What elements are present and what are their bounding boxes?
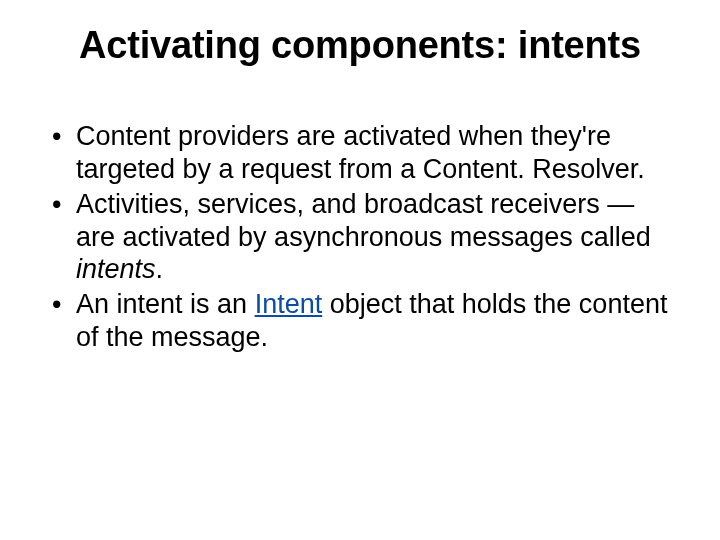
slide-title: Activating components: intents bbox=[48, 24, 672, 68]
list-item: An intent is an Intent object that holds… bbox=[48, 288, 672, 354]
bullet-text-pre: Activities, services, and broadcast rece… bbox=[76, 189, 651, 252]
bullet-text-em: intents bbox=[76, 254, 156, 284]
bullet-text: Content providers are activated when the… bbox=[76, 121, 645, 184]
bullet-text-post: . bbox=[156, 254, 164, 284]
slide: Activating components: intents Content p… bbox=[0, 0, 720, 540]
intent-link[interactable]: Intent bbox=[255, 289, 323, 319]
bullet-text-pre: An intent is an bbox=[76, 289, 255, 319]
bullet-list: Content providers are activated when the… bbox=[48, 120, 672, 355]
list-item: Activities, services, and broadcast rece… bbox=[48, 188, 672, 287]
list-item: Content providers are activated when the… bbox=[48, 120, 672, 186]
